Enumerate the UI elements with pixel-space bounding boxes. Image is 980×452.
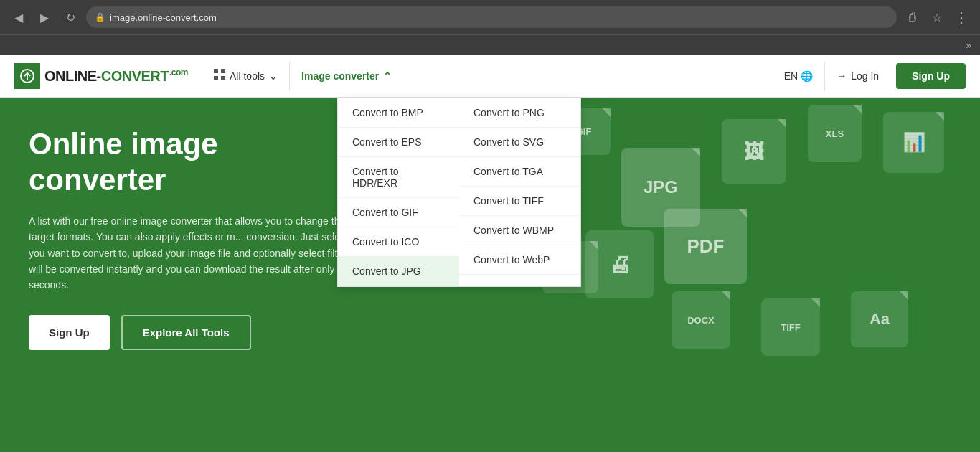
hero-explore-button[interactable]: Explore All Tools: [121, 315, 251, 350]
convert-to-jpg[interactable]: Convert to JPG: [338, 257, 459, 286]
hero-icons: GIF JPG 🖼 XLS 📊: [550, 98, 980, 452]
dropdown-right-col: Convert to PNG Convert to SVG Convert to…: [459, 98, 580, 286]
svg-rect-2: [221, 69, 225, 73]
svg-rect-1: [214, 69, 218, 73]
convert-to-tga[interactable]: Convert to TGA: [459, 157, 580, 187]
convert-to-tiff[interactable]: Convert to TIFF: [459, 187, 580, 216]
docx-icon: DOCX: [672, 291, 730, 349]
bookmark-button[interactable]: ☆: [927, 7, 947, 27]
svg-rect-3: [214, 76, 218, 80]
convert-to-webp[interactable]: Convert to WebP: [459, 245, 580, 275]
image-converter-label: Image converter: [301, 70, 379, 82]
bookmarks-bar: »: [0, 34, 980, 55]
convert-to-svg[interactable]: Convert to SVG: [459, 128, 580, 157]
convert-to-eps[interactable]: Convert to EPS: [338, 128, 459, 157]
globe-icon: 🌐: [801, 70, 813, 82]
printer-icon: 🖨: [585, 230, 654, 298]
share-button[interactable]: ⎙: [903, 7, 923, 27]
convert-to-ico[interactable]: Convert to ICO: [338, 227, 459, 257]
hero-buttons: Sign Up Explore All Tools: [29, 315, 502, 350]
dropdown-left-col: Convert to BMP Convert to EPS Convert to…: [338, 98, 459, 286]
all-tools-button[interactable]: All tools ⌄: [202, 55, 289, 98]
browser-actions: ⎙ ☆ ⋮: [903, 6, 971, 29]
svg-rect-4: [221, 76, 225, 80]
grid-icon: [214, 69, 225, 83]
font-icon: Aa: [851, 291, 908, 347]
convert-to-hdr-exr[interactable]: Convert to HDR/EXR: [338, 157, 459, 198]
image-converter-chevron: ⌃: [383, 70, 392, 82]
convert-to-bmp[interactable]: Convert to BMP: [338, 98, 459, 128]
login-button[interactable]: → Log In: [825, 70, 890, 82]
image-converter-dropdown: Convert to BMP Convert to EPS Convert to…: [337, 98, 581, 287]
back-button[interactable]: ◀: [9, 7, 29, 27]
all-tools-chevron: ⌄: [269, 70, 278, 82]
url-text: image.online-convert.com: [110, 12, 217, 23]
browser-menu-button[interactable]: ⋮: [951, 6, 971, 29]
convert-to-gif[interactable]: Convert to GIF: [338, 198, 459, 227]
login-icon: →: [837, 70, 847, 82]
xls-icon: XLS: [808, 105, 862, 162]
signup-nav-button[interactable]: Sign Up: [896, 63, 966, 89]
image-converter-button[interactable]: Image converter ⌃: [290, 55, 403, 98]
login-label: Log In: [851, 70, 879, 82]
image-file-icon: 🖼: [722, 119, 786, 184]
convert-to-wbmp[interactable]: Convert to WBMP: [459, 216, 580, 245]
logo-text: ONLINE‑CONVERT.com: [44, 67, 188, 85]
convert-to-png[interactable]: Convert to PNG: [459, 98, 580, 128]
bookmarks-arrow[interactable]: »: [966, 39, 971, 51]
all-tools-label: All tools: [230, 70, 265, 82]
language-selector[interactable]: EN 🌐: [773, 70, 824, 82]
reload-button[interactable]: ↻: [60, 7, 80, 27]
top-nav: ONLINE‑CONVERT.com All tools ⌄ Image con…: [0, 55, 980, 98]
lock-icon: 🔒: [95, 12, 105, 22]
forward-button[interactable]: ▶: [34, 7, 55, 27]
logo-area[interactable]: ONLINE‑CONVERT.com: [14, 63, 188, 89]
website-content: ONLINE‑CONVERT.com All tools ⌄ Image con…: [0, 55, 980, 452]
url-bar[interactable]: 🔒 image.online-convert.com: [86, 6, 897, 28]
lang-label: EN: [784, 70, 798, 82]
chart-icon: 📊: [883, 112, 944, 173]
browser-chrome: ◀ ▶ ↻ 🔒 image.online-convert.com ⎙ ☆ ⋮: [0, 0, 980, 34]
logo-icon: [14, 63, 40, 89]
pdf-icon: PDF: [664, 209, 747, 284]
hero-signup-button[interactable]: Sign Up: [29, 315, 110, 350]
tiff-icon: TIFF: [761, 298, 820, 356]
